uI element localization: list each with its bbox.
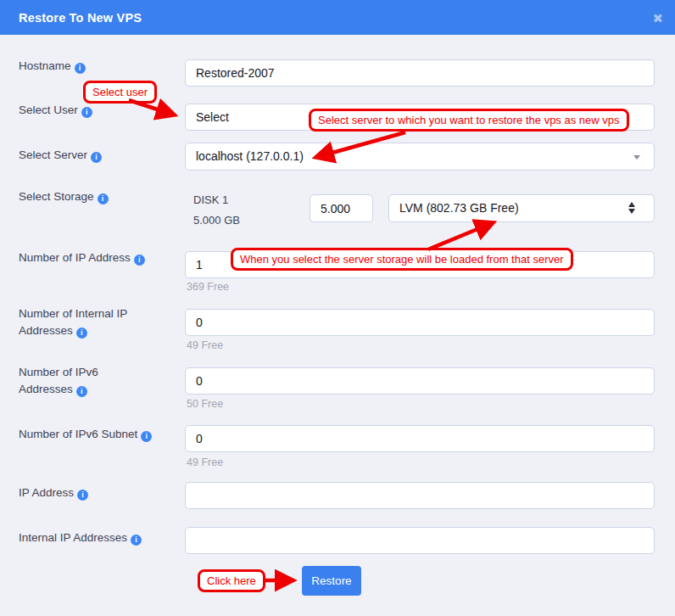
info-icon[interactable] xyxy=(98,193,109,204)
restore-button[interactable]: Restore xyxy=(302,566,361,596)
disk-size-input[interactable] xyxy=(310,194,373,222)
internal-ip-label: Internal IP Addresses xyxy=(19,529,197,546)
annotation-select-user: Select user xyxy=(83,81,157,104)
annotation-click-here: Click here xyxy=(198,569,265,592)
close-icon[interactable]: ✖ xyxy=(652,11,663,24)
info-icon[interactable] xyxy=(134,255,145,266)
num-ipv6-subnet-input[interactable] xyxy=(185,425,655,452)
info-icon[interactable] xyxy=(75,63,86,74)
ip-address-label: IP Address xyxy=(19,484,180,501)
num-ipv6-label: Number of IPv6 Addresses xyxy=(19,364,146,398)
disk-size: 5.000 GB xyxy=(193,210,240,231)
num-internal-ip-label: Number of Internal IP Addresses xyxy=(19,305,163,339)
num-ipv6-subnet-free: 49 Free xyxy=(187,456,223,468)
annotation-select-server: Select server to which you want to resto… xyxy=(309,109,629,132)
info-icon[interactable] xyxy=(76,386,87,397)
storage-dropdown[interactable]: LVM (802.73 GB Free) xyxy=(388,194,655,222)
select-storage-label: Select Storage xyxy=(19,188,180,205)
select-server-label: Select Server xyxy=(19,147,180,164)
modal-title: Restore To New VPS xyxy=(0,11,142,25)
num-ipv6-free: 50 Free xyxy=(187,398,223,410)
num-ip-free: 369 Free xyxy=(187,281,229,293)
internal-ip-input[interactable] xyxy=(185,527,655,554)
modal-header: Restore To New VPS ✖ xyxy=(0,0,675,35)
arrow-storage xyxy=(428,223,492,249)
select-server-dropdown[interactable]: localhost (127.0.0.1) xyxy=(185,143,655,171)
info-icon[interactable] xyxy=(77,490,88,501)
hostname-label: Hostname xyxy=(19,58,180,75)
annotation-storage: When you select the server storage will … xyxy=(231,248,573,271)
num-internal-ip-free: 49 Free xyxy=(187,339,223,351)
hostname-input[interactable] xyxy=(185,59,655,87)
ip-address-input[interactable] xyxy=(185,482,655,509)
num-ipv6-input[interactable] xyxy=(185,367,655,395)
num-ip-label: Number of IP Address xyxy=(19,249,180,266)
disk-name: DISK 1 xyxy=(193,190,228,210)
info-icon[interactable] xyxy=(76,328,87,339)
info-icon[interactable] xyxy=(81,107,92,118)
num-ipv6-subnet-label: Number of IPv6 Subnet xyxy=(19,426,180,443)
up-down-arrows-icon xyxy=(628,202,635,214)
info-icon[interactable] xyxy=(91,152,102,163)
info-icon[interactable] xyxy=(131,535,142,546)
select-user-label: Select User xyxy=(19,102,180,119)
info-icon[interactable] xyxy=(141,431,152,442)
restore-to-new-vps-modal: Restore To New VPS ✖ Hostname Select Use… xyxy=(0,0,675,616)
chevron-down-icon xyxy=(633,155,640,160)
num-internal-ip-input[interactable] xyxy=(185,309,655,336)
